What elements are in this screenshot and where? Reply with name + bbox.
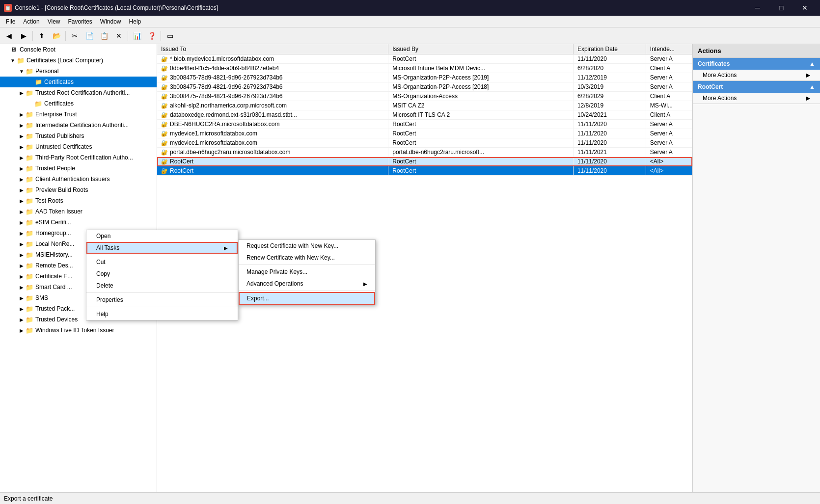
close-button[interactable]: ✕ [793,0,816,16]
all-tasks-submenu: Request Certificate with New Key... Rene… [238,239,376,305]
paste-button[interactable]: 📋 [97,29,111,43]
table-row[interactable]: 🔐DBE-N6HUGC2RA.microsoftdatabox.comRootC… [157,120,692,129]
col-issued-to[interactable]: Issued To [157,44,388,54]
view-button[interactable]: ▭ [163,29,177,43]
tree-item-enterprise-trust[interactable]: ▶ 📁 Enterprise Trust [0,109,157,120]
tree-item-trusted-people[interactable]: ▶ 📁 Trusted People [0,163,157,174]
expand-sms[interactable]: ▶ [18,294,26,302]
ctx-copy[interactable]: Copy [86,268,238,280]
expand-remote-desktop[interactable]: ▶ [18,262,26,269]
menu-favorites[interactable]: Favorites [64,17,96,26]
sub-manage-private-keys[interactable]: Manage Private Keys... [239,266,375,278]
sub-request-new-key[interactable]: Request Certificate with New Key... [239,240,375,252]
tree-item-certificates-local[interactable]: ▼ 📁 Certificates (Local Computer) [0,55,157,66]
expand-windows-live[interactable]: ▶ [18,326,26,334]
expand-homegroup[interactable]: ▶ [18,229,26,237]
tree-item-intermediate[interactable]: ▶ 📁 Intermediate Certification Authoriti… [0,120,157,131]
expand-trusted-root-certs[interactable] [27,100,34,107]
expand-trusted-root[interactable]: ▶ [18,89,26,97]
cert-exp-date: 11/11/2020 [573,129,646,138]
tree-item-trusted-publishers[interactable]: ▶ 📁 Trusted Publishers [0,131,157,141]
expand-trusted-pack[interactable]: ▶ [18,305,26,313]
expand-certs-local[interactable]: ▼ [9,56,17,64]
table-row[interactable]: 🔐RootCertRootCert11/11/2020<All> [157,157,692,166]
show-hide-console-button[interactable]: 📂 [50,29,63,43]
expand-msie-history[interactable]: ▶ [18,251,26,259]
cut-button[interactable]: ✂ [68,29,82,43]
delete-button[interactable]: ✕ [112,29,126,43]
expand-cert-e[interactable]: ▶ [18,272,26,280]
tree-item-esim[interactable]: ▶ 📁 eSIM Certifi... [0,217,157,228]
ctx-delete[interactable]: Delete [86,280,238,292]
expand-client-auth[interactable]: ▶ [18,175,26,183]
expand-enterprise-trust[interactable]: ▶ [18,110,26,118]
table-row[interactable]: 🔐RootCertRootCert11/11/2020<All> [157,166,692,176]
tree-item-client-auth[interactable]: ▶ 📁 Client Authentication Issuers [0,174,157,185]
col-exp-date[interactable]: Expiration Date [573,44,646,54]
ctx-cut[interactable]: Cut [86,256,238,268]
minimize-button[interactable]: ─ [746,0,769,16]
actions-more-actions-certificates[interactable]: More Actions ▶ [693,70,820,80]
tree-item-test-roots[interactable]: ▶ 📁 Test Roots [0,195,157,206]
expand-trusted-people[interactable]: ▶ [18,164,26,172]
maximize-button[interactable]: □ [770,0,793,16]
expand-third-party-root[interactable]: ▶ [18,154,26,161]
expand-test-roots[interactable]: ▶ [18,197,26,205]
table-row[interactable]: 🔐0dbe48ed-f1c5-4dde-a0b9-b84f827e0eb4Mic… [157,64,692,73]
table-row[interactable]: 🔐*.blob.mydevice1.microsoftdatabox.comRo… [157,54,692,64]
expand-trusted-publishers[interactable]: ▶ [18,132,26,140]
tree-item-certificates[interactable]: 📁 Certificates [0,77,157,87]
tree-item-windows-live[interactable]: ▶ 📁 Windows Live ID Token Issuer [0,325,157,336]
copy-button[interactable]: 📄 [82,29,96,43]
menu-help[interactable]: Help [125,17,145,26]
properties-button[interactable]: 📊 [130,29,144,43]
sub-export[interactable]: Export... [239,292,375,305]
menu-action[interactable]: Action [19,17,43,26]
help-button[interactable]: ❓ [145,29,159,43]
table-row[interactable]: 🔐3b008475-78d9-4821-9d96-267923d734b6MS-… [157,73,692,82]
tree-item-console-root[interactable]: 🖥 Console Root [0,44,157,55]
table-row[interactable]: 🔐databoxedge.redmond.ext-s31r0301.masd.s… [157,110,692,120]
expand-personal[interactable]: ▼ [18,67,26,75]
table-row[interactable]: 🔐3b008475-78d9-4821-9d96-267923d734b6MS-… [157,82,692,92]
expand-certificates[interactable] [27,78,34,86]
back-button[interactable]: ◀ [2,29,16,43]
expand-local-nonre[interactable]: ▶ [18,240,26,248]
ctx-open[interactable]: Open [86,230,238,242]
expand-preview-build[interactable]: ▶ [18,186,26,194]
table-row[interactable]: 🔐3b008475-78d9-4821-9d96-267923d734b6MS-… [157,92,692,101]
sub-renew-new-key[interactable]: Renew Certificate with New Key... [239,252,375,264]
tree-item-third-party-root[interactable]: ▶ 📁 Third-Party Root Certification Autho… [0,152,157,163]
actions-section-header-rootcert[interactable]: RootCert ▲ [693,81,820,93]
tree-item-preview-build[interactable]: ▶ 📁 Preview Build Roots [0,185,157,195]
forward-button[interactable]: ▶ [17,29,30,43]
actions-more-actions-rootcert[interactable]: More Actions ▶ [693,93,820,104]
tree-item-aad-token[interactable]: ▶ 📁 AAD Token Issuer [0,206,157,217]
actions-section-header-certificates[interactable]: Certificates ▲ [693,58,820,70]
menu-file[interactable]: File [2,17,19,26]
col-issued-by[interactable]: Issued By [388,44,574,54]
sub-advanced-operations[interactable]: Advanced Operations ▶ [239,278,375,290]
up-button[interactable]: ⬆ [35,29,49,43]
table-row[interactable]: 🔐alkohli-slp2.northamerica.corp.microsof… [157,101,692,110]
ctx-all-tasks[interactable]: All Tasks ▶ [86,242,238,254]
ctx-help[interactable]: Help [86,308,238,320]
tree-item-trusted-root[interactable]: ▶ 📁 Trusted Root Certification Authoriti… [0,87,157,98]
expand-console-root[interactable] [2,46,10,53]
col-intended[interactable]: Intende... [646,44,692,54]
tree-item-trusted-root-certs[interactable]: 📁 Certificates [0,98,157,109]
tree-item-untrusted[interactable]: ▶ 📁 Untrusted Certificates [0,141,157,152]
table-row[interactable]: 🔐portal.dbe-n6hugc2raru.microsoftdatabox… [157,148,692,157]
expand-untrusted[interactable]: ▶ [18,143,26,151]
tree-item-personal[interactable]: ▼ 📁 Personal [0,66,157,77]
expand-intermediate[interactable]: ▶ [18,121,26,129]
expand-trusted-devices[interactable]: ▶ [18,316,26,323]
expand-aad-token[interactable]: ▶ [18,208,26,215]
expand-esim[interactable]: ▶ [18,218,26,226]
table-row[interactable]: 🔐mydevice1.microsoftdatabox.comRootCert1… [157,138,692,148]
expand-smart-card[interactable]: ▶ [18,283,26,291]
menu-window[interactable]: Window [96,17,125,26]
table-row[interactable]: 🔐mydevice1.microsoftdatabox.comRootCert1… [157,129,692,138]
ctx-properties[interactable]: Properties [86,294,238,306]
menu-view[interactable]: View [44,17,64,26]
